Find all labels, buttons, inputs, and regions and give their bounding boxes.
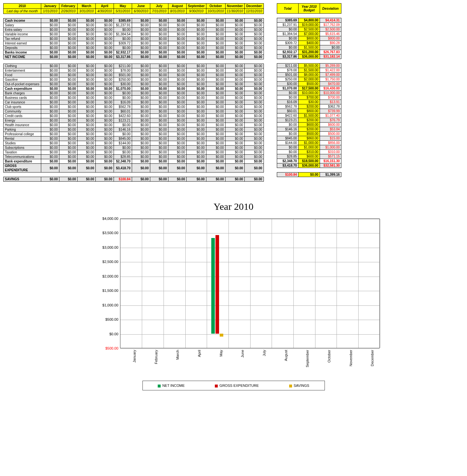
- cell-value: $0.00: [59, 18, 78, 23]
- cell-value: $0.00: [96, 109, 114, 114]
- deviation-value: $16,430.00: [320, 86, 341, 91]
- row-label: Business cards: [4, 96, 41, 100]
- cell-value: $0.00: [96, 18, 114, 23]
- cell-value: $0.00: [187, 155, 206, 159]
- cell-value: $0.00: [168, 127, 187, 132]
- cell-value: $1,384.54: [114, 32, 132, 37]
- cell-value: $144.00: [114, 141, 132, 146]
- cell-value: $0.00: [41, 96, 59, 100]
- cell-value: $0.00: [168, 159, 187, 164]
- total-header: Total: [277, 4, 298, 14]
- cell-value: $0.00: [96, 127, 114, 132]
- deviation-value: $1,422.00: [320, 68, 341, 73]
- cell-value: $0.00: [187, 118, 206, 123]
- summary-row: $1,070.00$17,500.00$16,430.00: [277, 86, 341, 91]
- cell-value: $0.00: [187, 91, 206, 96]
- table-row: Club sports$0.00$0.00$0.00$0.00$562.78$0…: [4, 105, 264, 109]
- month-header: January: [41, 4, 59, 9]
- table-row: Extra salary$0.00$0.00$0.00$0.00$0.00$0.…: [4, 28, 264, 32]
- table-row: Business cards$0.00$0.00$0.00$0.00$0.00$…: [4, 96, 264, 100]
- budget-value: $36,000.00: [298, 54, 320, 59]
- cell-value: $0.00: [244, 46, 264, 50]
- summary-row: $3,418.70$36,000.00$32,581.30: [277, 163, 341, 168]
- cell-value: $0.00: [206, 155, 225, 159]
- cell-value: $0.00: [244, 68, 264, 73]
- cell-value: $0.00: [168, 73, 187, 77]
- summary-row: $3,317.86$36,000.00$31,182.14: [277, 54, 341, 59]
- cell-value: $0.00: [244, 164, 264, 173]
- cell-value: $0.00: [78, 82, 96, 87]
- summary-row: $385.69$4,800.00$4,414.31: [277, 18, 341, 23]
- cell-value: $0.00: [96, 177, 114, 182]
- cell-value: $0.00: [59, 28, 78, 32]
- table-row: Community$0.00$0.00$0.00$0.00$60.01$0.00…: [4, 109, 264, 114]
- cell-value: $0.00: [225, 18, 244, 23]
- cell-value: $0.00: [59, 96, 78, 100]
- cell-value: $0.00: [206, 96, 225, 100]
- legend-swatch-icon: [215, 385, 218, 387]
- row-label: Energy: [4, 118, 41, 123]
- cell-value: $0.00: [187, 127, 206, 132]
- summary-row: $123.21$200.00$76.79: [277, 118, 341, 123]
- cell-value: $0.00: [150, 114, 168, 118]
- cell-value: $0.00: [78, 118, 96, 123]
- cell-value: $0.00: [41, 177, 59, 182]
- row-label: Telecommunications: [4, 155, 41, 159]
- table-row: Cash expenditure$0.00$0.00$0.00$0.00$1,0…: [4, 87, 264, 91]
- summary-row: $16.09$30.00$13.91: [277, 100, 341, 104]
- cell-value: $0.00: [41, 105, 59, 109]
- cell-value: $0.00: [150, 32, 168, 37]
- deviation-value: $5,289.00: [320, 64, 341, 68]
- cell-value: $0.00: [168, 64, 187, 68]
- cell-value: $0.00: [114, 150, 132, 155]
- cell-value: $0.00: [244, 159, 264, 164]
- budget-value: $7,000.00: [298, 32, 320, 36]
- cell-value: $0.00: [132, 177, 150, 182]
- x-tick-label: May: [219, 350, 223, 357]
- cell-value: $0.00: [187, 50, 206, 55]
- cell-value: $385.69: [114, 18, 132, 23]
- cell-value: $0.00: [78, 150, 96, 155]
- cell-value: $0.00: [114, 46, 132, 50]
- cell-value: $0.00: [78, 28, 96, 32]
- budget-value: $5,500.00: [298, 64, 320, 68]
- row-label: Club sports: [4, 105, 41, 109]
- cell-value: $0.00: [132, 141, 150, 146]
- deviation-value: $26,767.83: [320, 50, 341, 54]
- cell-value: $0.00: [206, 132, 225, 137]
- cell-value: $3,317.86: [114, 55, 132, 59]
- total-value: $3,317.86: [277, 54, 298, 59]
- cell-value: $0.00: [168, 68, 187, 73]
- cell-value: $0.00: [244, 18, 264, 23]
- summary-row: $0.00$1,000.00$1,000.00: [277, 145, 341, 150]
- cell-value: $0.00: [41, 123, 59, 127]
- deviation-value: $800.00: [320, 36, 341, 41]
- cell-value: $0.00: [225, 37, 244, 41]
- month-header: October: [206, 4, 225, 9]
- y-tick-label: $2,500.00: [88, 260, 118, 264]
- summary-row: $422.60$1,500.00$1,077.40: [277, 113, 341, 118]
- cell-value: $0.00: [78, 32, 96, 37]
- cell-value: $0.00: [206, 41, 225, 46]
- deviation-value: $4,414.31: [320, 18, 341, 23]
- cell-value: $0.00: [244, 50, 264, 55]
- cell-value: $0.00: [168, 55, 187, 59]
- cell-value: $0.00: [244, 141, 264, 146]
- date-header: 6/30/2010: [132, 9, 150, 14]
- cell-value: $0.00: [41, 64, 59, 68]
- deviation-value: $1,399.16: [320, 173, 341, 177]
- table-row: Food$0.00$0.00$0.00$0.00$501.00$0.00$0.0…: [4, 73, 264, 77]
- cell-value: $0.00: [206, 23, 225, 28]
- cell-value: $123.21: [114, 118, 132, 123]
- cell-value: $0.00: [187, 73, 206, 77]
- total-value: $309.72: [277, 41, 298, 45]
- cell-value: $309.72: [114, 41, 132, 46]
- cell-value: $0.00: [59, 23, 78, 28]
- month-header: July: [150, 4, 168, 9]
- cell-value: $0.00: [244, 114, 264, 118]
- cell-value: $0.00: [41, 114, 59, 118]
- summary-row: $501.00$8,000.00$7,499.00: [277, 73, 341, 77]
- row-label: Car insurance: [4, 100, 41, 105]
- cell-value: $0.00: [150, 164, 168, 173]
- cell-value: $0.00: [150, 159, 168, 164]
